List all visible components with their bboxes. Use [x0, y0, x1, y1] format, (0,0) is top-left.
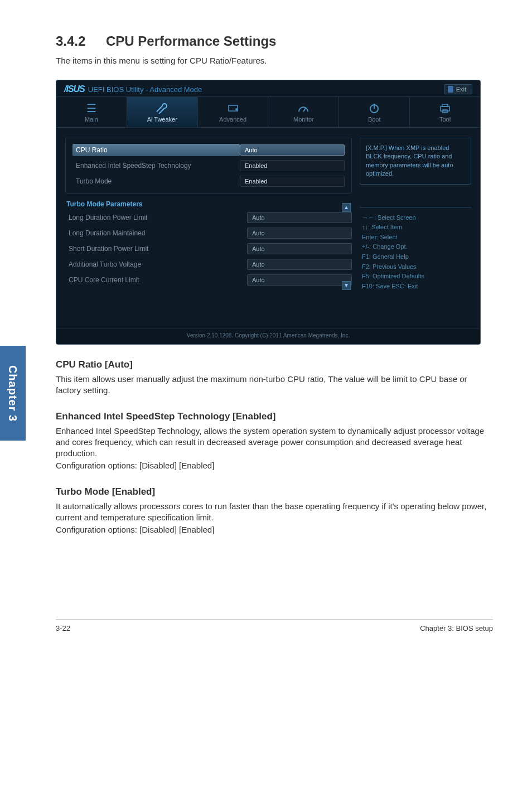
body-text: This item allows user manually adjust th…: [56, 374, 493, 397]
asus-logo: /ISUS: [64, 84, 85, 94]
bios-panel: /ISUS UEFI BIOS Utility - Advanced Mode …: [56, 80, 481, 345]
svg-line-2: [303, 108, 306, 112]
body-text: Enhanced Intel SpeedStep Technology, all…: [56, 426, 493, 460]
field-value[interactable]: Auto: [247, 243, 352, 254]
tab-label: Monitor: [268, 116, 338, 123]
sub-heading-eist: Enhanced Intel SpeedStep Technology [Ena…: [56, 411, 493, 422]
field-label: CPU Ratio: [72, 144, 240, 156]
help-line: F5: Optimized Defaults: [362, 272, 469, 282]
bios-footer: Version 2.10.1208. Copyright (C) 2011 Am…: [56, 328, 480, 344]
exit-button[interactable]: Exit: [444, 84, 472, 94]
tab-boot[interactable]: Boot: [339, 97, 410, 127]
tab-ai-tweaker[interactable]: Ai Tweaker: [127, 97, 198, 127]
row-long-duration-power[interactable]: Long Duration Power Limit Auto: [65, 211, 352, 224]
field-value[interactable]: Auto: [247, 212, 352, 223]
help-line: +/-: Change Opt.: [362, 242, 469, 252]
settings-group: CPU Ratio Auto Enhanced Intel SpeedStep …: [65, 138, 352, 194]
row-cpu-ratio[interactable]: CPU Ratio Auto: [72, 144, 345, 156]
tab-main[interactable]: ☰ Main: [56, 97, 127, 127]
scroll-up-icon[interactable]: ▲: [342, 203, 351, 212]
bios-tabs: ☰ Main Ai Tweaker Advanced Monitor: [56, 96, 480, 128]
svg-rect-6: [442, 104, 448, 107]
exit-label: Exit: [456, 86, 466, 93]
field-value[interactable]: Auto: [247, 274, 352, 286]
row-additional-turbo-voltage[interactable]: Additional Turbo Voltage Auto: [65, 258, 352, 270]
row-turbo-mode[interactable]: Turbo Mode Enabled: [72, 175, 345, 187]
section-heading: 3.4.2CPU Performance Settings: [56, 33, 493, 49]
sub-heading-turbo: Turbo Mode [Enabled]: [56, 486, 493, 497]
section-lead: The items in this menu is setting for CP…: [56, 56, 493, 65]
svg-point-1: [235, 108, 238, 110]
field-label: CPU Core Current Limit: [65, 274, 247, 286]
row-eist[interactable]: Enhanced Intel SpeedStep Technology Enab…: [72, 160, 345, 172]
tab-label: Tool: [410, 116, 480, 123]
tab-label: Advanced: [198, 116, 268, 123]
help-line: F2: Previous Values: [362, 262, 469, 272]
list-icon: ☰: [56, 100, 127, 116]
help-line: →←: Select Screen: [362, 213, 469, 223]
help-box: →←: Select Screen ↑↓: Select Item Enter:…: [360, 207, 471, 297]
help-line: F1: General Help: [362, 252, 469, 262]
wrench-icon: [127, 100, 197, 116]
tab-monitor[interactable]: Monitor: [268, 97, 339, 127]
row-cpu-core-current[interactable]: CPU Core Current Limit Auto: [65, 274, 352, 286]
help-line: Enter: Select: [362, 233, 469, 243]
field-label: Short Duration Power Limit: [65, 243, 247, 255]
body-text: Configuration options: [Disabled] [Enabl…: [56, 460, 493, 471]
body-text: Configuration options: [Disabled] [Enabl…: [56, 524, 493, 535]
tab-label: Ai Tweaker: [127, 116, 197, 123]
body-text: It automatically allows processors cores…: [56, 501, 493, 524]
scroll-down-icon[interactable]: ▼: [342, 281, 351, 290]
section-number: 3.4.2: [56, 33, 106, 49]
sub-heading-cpu-ratio: CPU Ratio [Auto]: [56, 359, 493, 370]
svg-rect-5: [441, 107, 449, 111]
exit-icon: [448, 86, 453, 93]
field-value[interactable]: Enabled: [240, 160, 345, 171]
field-value[interactable]: Auto: [247, 228, 352, 239]
help-line: F10: Save ESC: Exit: [362, 282, 469, 292]
gauge-icon: [268, 100, 338, 116]
chip-icon: [198, 100, 268, 116]
tab-label: Boot: [339, 116, 409, 123]
chapter-side-tab: Chapter 3: [0, 346, 26, 441]
field-label: Turbo Mode: [72, 175, 240, 187]
field-label: Additional Turbo Voltage: [65, 258, 247, 270]
side-tab-label: Chapter 3: [7, 365, 20, 421]
tab-advanced[interactable]: Advanced: [198, 97, 269, 127]
tab-label: Main: [56, 116, 127, 123]
tab-tool[interactable]: Tool: [410, 97, 480, 127]
field-value[interactable]: Enabled: [240, 176, 345, 187]
field-value[interactable]: Auto: [247, 259, 352, 270]
hint-box: [X.M.P.] When XMP is enabled BLCK freque…: [360, 138, 471, 185]
section-title: CPU Performance Settings: [106, 33, 276, 49]
field-label: Long Duration Power Limit: [65, 211, 247, 224]
chapter-label: Chapter 3: BIOS setup: [420, 624, 493, 632]
bios-title: UEFI BIOS Utility - Advanced Mode: [88, 85, 202, 94]
row-short-duration-power[interactable]: Short Duration Power Limit Auto: [65, 243, 352, 255]
field-value[interactable]: Auto: [240, 144, 345, 156]
page-number: 3-22: [56, 624, 70, 632]
field-label: Enhanced Intel SpeedStep Technology: [72, 160, 240, 172]
printer-icon: [410, 100, 480, 116]
help-line: ↑↓: Select Item: [362, 223, 469, 233]
row-long-duration-maintained[interactable]: Long Duration Maintained Auto: [65, 227, 352, 239]
group-header: Turbo Mode Parameters: [66, 200, 352, 208]
power-icon: [339, 100, 409, 116]
field-label: Long Duration Maintained: [65, 227, 247, 239]
